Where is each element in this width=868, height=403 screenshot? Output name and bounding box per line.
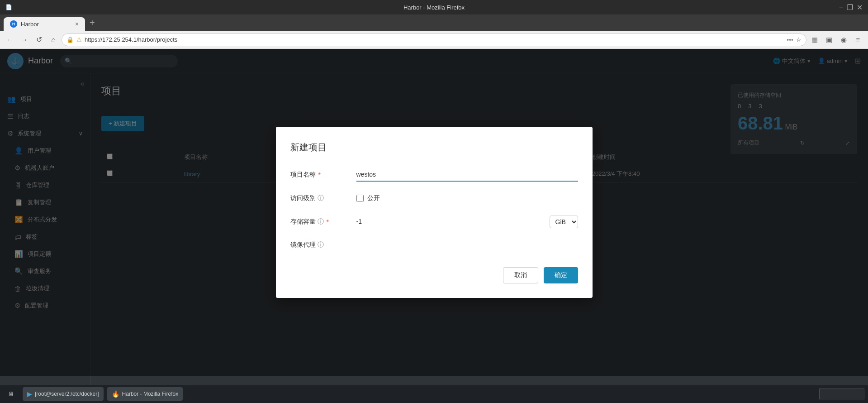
history-icon[interactable]: ▦ <box>808 34 821 46</box>
public-checkbox-row: 公开 <box>356 194 578 202</box>
storage-required: * <box>327 218 329 225</box>
security-icon: 🔒 <box>66 36 74 43</box>
nav-extras: ▦ ▣ ◉ ≡ <box>808 34 864 46</box>
page-icon: 📄 <box>5 4 12 10</box>
taskbar-input[interactable] <box>819 389 864 399</box>
modal-overlay: 新建项目 项目名称 * 访问级别 ⓘ <box>0 49 868 376</box>
storage-capacity-row: 存储容量 ⓘ * GiB MiB TiB <box>290 215 578 228</box>
taskbar-terminal-button[interactable]: ▶ [root@server2:/etc/docker] <box>23 387 104 401</box>
taskbar-right <box>819 389 864 399</box>
browser-icon: 🔥 <box>112 390 119 398</box>
more-options-icon[interactable]: ••• <box>787 36 793 43</box>
new-project-modal: 新建项目 项目名称 * 访问级别 ⓘ <box>276 127 593 298</box>
project-name-label: 项目名称 * <box>290 171 349 179</box>
reload-button[interactable]: ↺ <box>33 34 45 46</box>
project-name-field <box>356 168 578 182</box>
desktop-icon: 🖥 <box>8 390 14 398</box>
storage-info-icon[interactable]: ⓘ <box>318 218 324 226</box>
storage-field: GiB MiB TiB <box>356 215 578 228</box>
sidebar-toggle-icon[interactable]: ▣ <box>823 34 835 46</box>
close-button[interactable]: ✕ <box>857 3 863 12</box>
taskbar: 🖥 ▶ [root@server2:/etc/docker] 🔥 Harbor … <box>0 385 868 403</box>
terminal-label: [root@server2:/etc/docker] <box>35 391 99 397</box>
minimize-button[interactable]: − <box>839 3 843 12</box>
menu-icon[interactable]: ≡ <box>852 34 864 46</box>
storage-unit-select[interactable]: GiB MiB TiB <box>550 216 578 228</box>
proxy-cache-row: 镜像代理 ⓘ <box>290 241 578 249</box>
browser-tabbar: H Harbor × + <box>0 14 868 31</box>
project-name-row: 项目名称 * <box>290 168 578 182</box>
window-controls: − ❐ ✕ <box>839 3 863 12</box>
modal-title: 新建项目 <box>290 141 578 154</box>
project-name-input[interactable] <box>356 168 578 182</box>
access-level-info-icon[interactable]: ⓘ <box>318 194 324 202</box>
browser-taskbar-label: Harbor - Mozilla Firefox <box>122 391 179 397</box>
forward-button[interactable]: → <box>18 34 31 46</box>
modal-footer: 取消 确定 <box>290 267 578 283</box>
cancel-button[interactable]: 取消 <box>503 267 538 283</box>
back-button[interactable]: ← <box>4 34 16 46</box>
titlebar-title: Harbor - Mozilla Firefox <box>403 4 465 11</box>
taskbar-desktop-button[interactable]: 🖥 <box>4 387 19 401</box>
profile-icon[interactable]: ◉ <box>837 34 850 46</box>
proxy-cache-label: 镜像代理 ⓘ <box>290 241 349 249</box>
access-level-field: 公开 <box>356 194 578 202</box>
url-display: https://172.25.254.1/harbor/projects <box>85 36 784 43</box>
project-name-required: * <box>318 171 321 178</box>
restore-button[interactable]: ❐ <box>847 3 853 12</box>
tab-title: Harbor <box>21 21 39 28</box>
public-checkbox[interactable] <box>356 195 364 202</box>
browser-navbar: ← → ↺ ⌂ 🔒 ⚠ https://172.25.254.1/harbor/… <box>0 31 868 49</box>
new-tab-button[interactable]: + <box>85 16 100 30</box>
browser-titlebar: 📄 Harbor - Mozilla Firefox − ❐ ✕ <box>0 0 868 14</box>
access-level-row: 访问级别 ⓘ 公开 <box>290 194 578 202</box>
confirm-button[interactable]: 确定 <box>544 267 578 283</box>
home-button[interactable]: ⌂ <box>47 34 60 46</box>
proxy-info-icon[interactable]: ⓘ <box>318 241 324 249</box>
terminal-icon: ▶ <box>27 390 32 398</box>
address-bar[interactable]: 🔒 ⚠ https://172.25.254.1/harbor/projects… <box>62 34 806 46</box>
tab-favicon: H <box>10 20 17 28</box>
active-tab[interactable]: H Harbor × <box>4 17 85 31</box>
proxy-field <box>356 241 578 249</box>
storage-input-row: GiB MiB TiB <box>356 215 578 228</box>
storage-input[interactable] <box>356 215 546 228</box>
tab-close-button[interactable]: × <box>75 20 79 28</box>
storage-capacity-label: 存储容量 ⓘ * <box>290 218 349 226</box>
public-label: 公开 <box>367 194 380 202</box>
access-level-label: 访问级别 ⓘ <box>290 194 349 202</box>
bookmark-icon[interactable]: ☆ <box>796 36 802 43</box>
warning-icon: ⚠ <box>76 36 82 43</box>
taskbar-browser-button[interactable]: 🔥 Harbor - Mozilla Firefox <box>107 387 183 401</box>
